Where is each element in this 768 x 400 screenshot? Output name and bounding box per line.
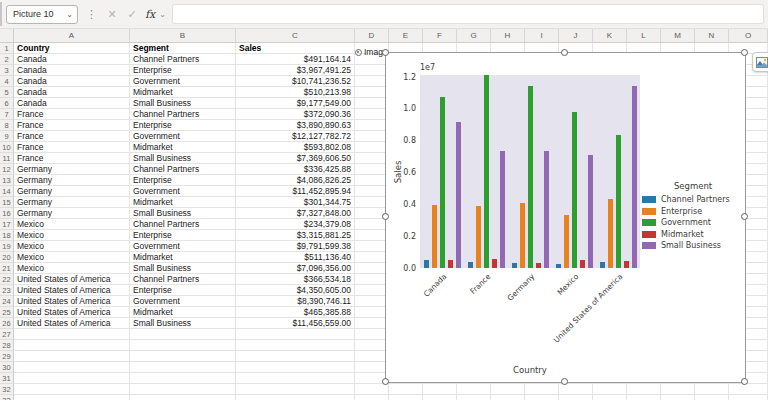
column-header-A[interactable]: A — [14, 29, 130, 43]
cell[interactable] — [236, 395, 355, 400]
cell[interactable] — [457, 395, 491, 400]
cell[interactable]: $366,534.18 — [236, 274, 355, 285]
cell[interactable]: France — [14, 142, 130, 153]
function-icon[interactable]: fx — [145, 8, 155, 21]
column-header-M[interactable]: M — [661, 29, 695, 43]
row-header-29[interactable]: 29 — [0, 351, 14, 362]
cell[interactable] — [491, 395, 525, 400]
cell[interactable]: Channel Partners — [130, 164, 236, 175]
cell[interactable] — [14, 340, 130, 351]
column-header-B[interactable]: B — [130, 29, 236, 43]
cell[interactable]: Mexico — [14, 263, 130, 274]
cell[interactable]: Government — [130, 76, 236, 87]
accept-icon[interactable]: ✓ — [125, 8, 139, 21]
cell[interactable] — [130, 351, 236, 362]
row-header-26[interactable]: 26 — [0, 318, 14, 329]
row-header-11[interactable]: 11 — [0, 153, 14, 164]
cell[interactable]: United States of America — [14, 296, 130, 307]
cell[interactable] — [355, 120, 389, 131]
row-header-31[interactable]: 31 — [0, 373, 14, 384]
name-box[interactable]: Picture 10 ⌄ — [6, 5, 78, 24]
cell[interactable]: $7,096,356.00 — [236, 263, 355, 274]
cell[interactable] — [130, 384, 236, 395]
cell[interactable] — [355, 384, 389, 395]
cell[interactable]: Enterprise — [130, 65, 236, 76]
cell[interactable]: Mexico — [14, 230, 130, 241]
cell[interactable]: Enterprise — [130, 120, 236, 131]
row-header-5[interactable]: 5 — [0, 87, 14, 98]
cell[interactable] — [389, 395, 423, 400]
cell[interactable]: $510,213.98 — [236, 87, 355, 98]
selection-handle-bottom-middle[interactable] — [561, 378, 568, 385]
column-header-O[interactable]: O — [729, 29, 768, 43]
cell[interactable]: United States of America — [14, 285, 130, 296]
selection-handle-middle-left[interactable] — [382, 213, 389, 220]
cell[interactable]: $3,890,890.63 — [236, 120, 355, 131]
cell[interactable]: Mexico — [14, 252, 130, 263]
cell[interactable]: Midmarket — [130, 307, 236, 318]
cell[interactable]: Mexico — [14, 241, 130, 252]
cell[interactable]: Midmarket — [130, 87, 236, 98]
cell[interactable]: Canada — [14, 65, 130, 76]
cell[interactable] — [355, 142, 389, 153]
cell[interactable] — [236, 351, 355, 362]
row-header-15[interactable]: 15 — [0, 197, 14, 208]
cell[interactable] — [355, 131, 389, 142]
cell[interactable]: Canada — [14, 98, 130, 109]
image-options-button[interactable] — [752, 52, 768, 72]
selection-handle-middle-right[interactable] — [741, 213, 748, 220]
cell[interactable]: $4,350,605.00 — [236, 285, 355, 296]
cell[interactable]: $465,385.88 — [236, 307, 355, 318]
cell[interactable] — [559, 384, 593, 395]
cell[interactable]: $336,425.88 — [236, 164, 355, 175]
cell[interactable] — [236, 329, 355, 340]
cell[interactable] — [559, 395, 593, 400]
cell[interactable] — [355, 307, 389, 318]
cell[interactable] — [130, 395, 236, 400]
cell[interactable] — [729, 384, 768, 395]
cell[interactable] — [355, 219, 389, 230]
cell[interactable]: $12,127,782.72 — [236, 131, 355, 142]
column-header-L[interactable]: L — [627, 29, 661, 43]
cell[interactable] — [236, 340, 355, 351]
function-chevron-icon[interactable]: ⌄ — [159, 10, 166, 19]
cell[interactable] — [355, 318, 389, 329]
cell[interactable] — [14, 362, 130, 373]
cell[interactable]: $3,315,881.25 — [236, 230, 355, 241]
column-header-E[interactable]: E — [389, 29, 423, 43]
cell[interactable] — [627, 384, 661, 395]
cell[interactable]: $593,802.08 — [236, 142, 355, 153]
cell[interactable] — [355, 109, 389, 120]
cell[interactable] — [236, 362, 355, 373]
cell[interactable]: Small Business — [130, 208, 236, 219]
cell[interactable] — [355, 263, 389, 274]
cell[interactable] — [355, 98, 389, 109]
row-header-2[interactable]: 2 — [0, 54, 14, 65]
cell[interactable]: Canada — [14, 54, 130, 65]
row-header-13[interactable]: 13 — [0, 175, 14, 186]
kebab-menu-icon[interactable]: ⋮ — [84, 8, 99, 21]
cell[interactable]: $9,791,599.38 — [236, 241, 355, 252]
cell[interactable] — [661, 384, 695, 395]
cell[interactable]: United States of America — [14, 307, 130, 318]
cell[interactable]: Government — [130, 296, 236, 307]
cell[interactable] — [525, 395, 559, 400]
cell[interactable] — [593, 395, 627, 400]
cell[interactable]: Canada — [14, 87, 130, 98]
row-header-22[interactable]: 22 — [0, 274, 14, 285]
cell[interactable]: $3,967,491.25 — [236, 65, 355, 76]
row-header-7[interactable]: 7 — [0, 109, 14, 120]
cell[interactable] — [457, 384, 491, 395]
cell[interactable]: $7,327,848.00 — [236, 208, 355, 219]
cell[interactable] — [355, 76, 389, 87]
column-header-H[interactable]: H — [491, 29, 525, 43]
row-header-33[interactable]: 33 — [0, 395, 14, 400]
cell[interactable]: Channel Partners — [130, 274, 236, 285]
cell[interactable]: Mexico — [14, 219, 130, 230]
cell[interactable]: United States of America — [14, 274, 130, 285]
row-header-19[interactable]: 19 — [0, 241, 14, 252]
row-header-32[interactable]: 32 — [0, 384, 14, 395]
selection-handle-top-right[interactable] — [741, 49, 748, 56]
cell[interactable]: $234,379.08 — [236, 219, 355, 230]
cell[interactable] — [236, 384, 355, 395]
